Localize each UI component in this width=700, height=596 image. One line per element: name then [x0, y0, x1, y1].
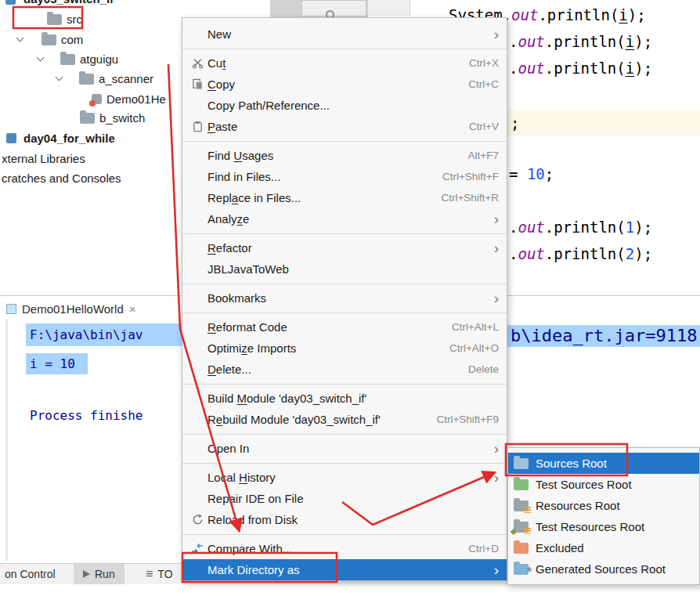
menu-item-reload-from-disk[interactable]: Reload from Disk [182, 509, 507, 530]
menu-item-local-history[interactable]: Local History [182, 467, 507, 488]
menu-item-paste[interactable]: Paste Ctrl+V [182, 116, 507, 137]
statusbar-run-button[interactable]: Run [74, 564, 124, 584]
scissors-icon [187, 57, 207, 69]
tree-item-day04-module[interactable]: day04_for_while [6, 128, 115, 148]
submenu-arrow-icon [494, 470, 499, 485]
submenu-item-test-sources-root[interactable]: Test Sources Root [508, 474, 699, 495]
folder-icon [79, 74, 94, 85]
chevron-down-icon[interactable] [16, 34, 24, 42]
menu-separator [182, 534, 507, 535]
module-icon [6, 133, 16, 143]
menu-item-copy-path[interactable]: Copy Path/Reference... [182, 95, 507, 116]
menu-item-jbljavatoweb[interactable]: JBLJavaToWeb [182, 258, 507, 280]
test-resources-folder-icon [514, 522, 529, 533]
context-menu: New Cut Ctrl+X Copy Ctrl+C Copy Path/Ref… [182, 17, 507, 581]
tree-item-label: atguigu [80, 52, 118, 66]
menu-separator [182, 141, 507, 142]
menu-item-bookmarks[interactable]: Bookmarks [182, 287, 507, 309]
submenu-item-resources-root[interactable]: Resources Root [508, 495, 699, 516]
submenu-item-test-resources-root[interactable]: Test Resources Root [508, 516, 699, 537]
menu-item-refactor[interactable]: Refactor [182, 237, 507, 258]
sources-root-folder-icon [514, 458, 529, 469]
menu-item-open-in[interactable]: Open In [182, 438, 507, 459]
folder-icon [60, 54, 75, 65]
tab-divider [410, 0, 410, 16]
tree-item-day03-module[interactable]: day03_switch_if [23, 0, 114, 9]
menu-item-delete[interactable]: Delete... Delete [182, 359, 507, 380]
reload-icon [187, 514, 207, 526]
menu-separator [182, 434, 507, 435]
play-icon [83, 570, 90, 578]
statusbar-todo-button[interactable]: TO [146, 564, 173, 584]
menu-item-repair-ide[interactable]: Repair IDE on File [182, 488, 507, 509]
ide-window: day03_switch_if src com atguigu a_scanne… [0, 0, 700, 596]
resources-folder-icon [514, 500, 529, 511]
tree-item-label: day03_switch_if [23, 0, 114, 5]
menu-item-find-in-files[interactable]: Find in Files... Ctrl+Shift+F [182, 166, 507, 187]
tree-item-demo01[interactable]: Demo01He [92, 89, 166, 109]
close-icon[interactable] [129, 302, 136, 316]
list-icon [146, 567, 153, 581]
menu-item-analyze[interactable]: Analyze [182, 208, 507, 229]
menu-item-cut[interactable]: Cut Ctrl+X [182, 52, 507, 74]
tree-item-label: a_scanner [99, 72, 153, 85]
chevron-down-icon[interactable] [37, 54, 45, 62]
code-line: .out.println(i); [509, 60, 652, 77]
submenu-item-excluded[interactable]: Excluded [508, 537, 699, 558]
menu-item-reformat-code[interactable]: Reformat Code Ctrl+Alt+L [182, 316, 507, 338]
submenu-arrow-icon [494, 27, 499, 42]
menu-item-build-module[interactable]: Build Module 'day03_switch_if' [182, 388, 507, 409]
chevron-down-icon[interactable] [56, 74, 63, 81]
tree-item-com[interactable]: com [17, 30, 83, 49]
clipboard-icon [187, 121, 207, 132]
submenu-item-sources-root[interactable]: Sources Root [508, 453, 699, 474]
submenu-arrow-icon [494, 291, 499, 305]
statusbar-version-control[interactable]: on Control [5, 564, 56, 584]
submenu-arrow-icon [494, 240, 499, 255]
console-line: F:\java\bin\jav [30, 327, 143, 342]
mark-directory-as-submenu: Sources Root Test Sources Root Resources… [507, 447, 700, 585]
submenu-arrow-icon [494, 562, 499, 577]
menu-item-rebuild-module[interactable]: Rebuild Module 'day03_switch_if' Ctrl+Sh… [182, 409, 507, 430]
menu-item-replace-in-files[interactable]: Replace in Files... Ctrl+Shift+R [182, 187, 507, 208]
class-icon [92, 94, 102, 104]
tree-item-a-scanner[interactable]: a_scanner [56, 69, 153, 88]
menu-item-new[interactable]: New [182, 23, 507, 45]
code-line: ; [511, 114, 519, 132]
submenu-item-generated-sources-root[interactable]: Generated Sources Root [508, 558, 699, 580]
code-line: .out.println(i); [509, 33, 652, 50]
menu-item-mark-directory-as[interactable]: Mark Directory as [182, 559, 507, 580]
console-line: i = 10 [30, 356, 75, 371]
submenu-arrow-icon [494, 211, 499, 226]
tree-item-label: com [61, 33, 83, 46]
menu-separator [182, 49, 507, 49]
test-sources-folder-icon [514, 479, 529, 490]
run-tab-demo01helloworld[interactable]: Demo01HelloWorld [6, 298, 136, 319]
tree-item-external-libraries[interactable]: xternal Libraries [2, 149, 85, 168]
code-line: .out.println(2); [509, 245, 652, 262]
console-line: Process finishe [30, 408, 143, 423]
console-scrollbar[interactable] [5, 320, 8, 561]
menu-separator [182, 312, 507, 313]
tree-item-atguigu[interactable]: atguigu [38, 49, 118, 69]
tree-item-label: xternal Libraries [2, 152, 85, 165]
tree-item-label: src [67, 13, 82, 26]
code-line: .out.println(1); [509, 219, 652, 236]
menu-item-copy[interactable]: Copy Ctrl+C [182, 74, 507, 95]
menu-separator [182, 384, 507, 385]
copy-icon [187, 78, 207, 90]
tree-item-label: b_switch [99, 111, 145, 125]
console-icon [6, 304, 16, 314]
submenu-arrow-icon [494, 441, 499, 456]
menu-item-optimize-imports[interactable]: Optimize Imports Ctrl+Alt+O [182, 338, 507, 359]
tree-item-src[interactable]: src [47, 9, 82, 29]
tree-item-scratches[interactable]: cratches and Consoles [2, 168, 121, 188]
menu-item-find-usages[interactable]: Find Usages Alt+F7 [182, 145, 507, 166]
menu-separator [182, 463, 507, 464]
generated-sources-folder-icon [514, 564, 529, 575]
module-icon [5, 0, 16, 5]
tree-item-b-switch[interactable]: b_switch [80, 108, 145, 128]
search-icon [326, 10, 334, 17]
menu-separator [182, 233, 507, 234]
menu-item-compare-with[interactable]: Compare With... Ctrl+D [182, 538, 507, 559]
